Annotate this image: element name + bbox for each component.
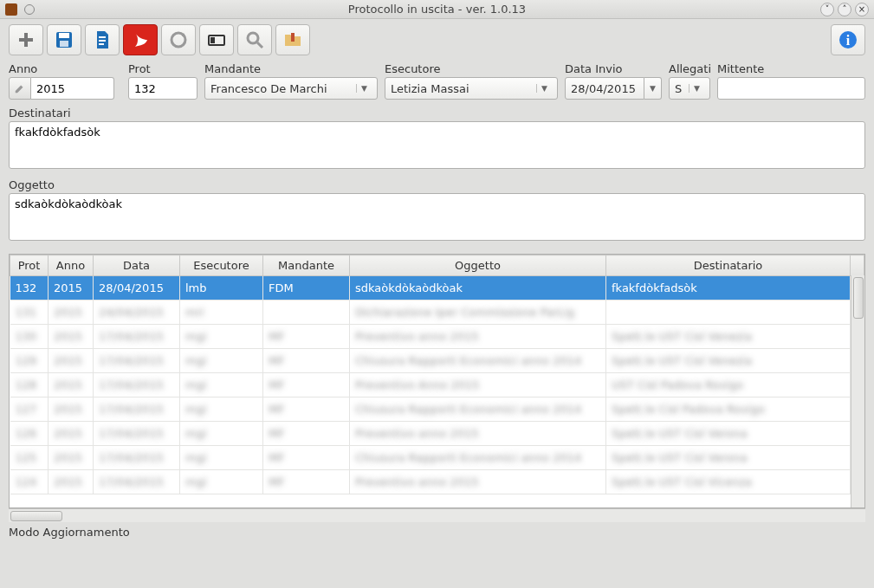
col-prot[interactable]: Prot xyxy=(10,255,49,276)
cell-oggetto: Chiusura Rapporti Economici anno 2014 xyxy=(350,397,606,422)
cell-anno: 2015 xyxy=(49,422,94,446)
cell-oggetto: sdkaòkdòkaòdkòak xyxy=(350,276,606,300)
table-row[interactable]: 126201517/04/2015mgiMFPreventivo anno 20… xyxy=(10,422,864,446)
add-button[interactable] xyxy=(9,24,43,55)
table-row[interactable]: 124201517/04/2015mgiMFPreventivo anno 20… xyxy=(10,470,864,494)
cell-esecutore: mgi xyxy=(180,373,263,397)
cell-oggetto: Preventivo anno 2015 xyxy=(350,470,606,494)
col-oggetto[interactable]: Oggetto xyxy=(350,255,606,276)
card-button[interactable] xyxy=(199,24,234,55)
allegati-value: S xyxy=(675,82,689,95)
folder-button[interactable] xyxy=(275,24,310,55)
cell-esecutore: mgi xyxy=(180,422,263,446)
col-mandante[interactable]: Mandante xyxy=(263,255,350,276)
maximize-button[interactable]: ˄ xyxy=(838,3,851,16)
table-row[interactable]: 131201524/04/2015mriDichiarazione Iper C… xyxy=(10,300,864,325)
table-row[interactable]: 128201517/04/2015mgiMFPreventivo Anno 20… xyxy=(10,373,864,397)
cell-esecutore: mgi xyxy=(180,325,263,349)
cell-destinatario: UST Cisl Padova Rovigo xyxy=(606,373,851,397)
anno-label: Anno xyxy=(9,62,121,75)
titlebar: Protocollo in uscita - ver. 1.0.13 ˅ ˄ × xyxy=(0,0,874,19)
cell-anno: 2015 xyxy=(49,373,94,397)
horizontal-scrollbar[interactable] xyxy=(9,508,865,522)
pdf-button[interactable] xyxy=(123,24,158,55)
cell-destinatario: Spett.le UST Cisl Verona xyxy=(606,446,851,470)
oggetto-label: Oggetto xyxy=(9,178,865,191)
cell-anno: 2015 xyxy=(49,300,94,325)
cell-destinatario: Spett.le UST Cisl Verona xyxy=(606,422,851,446)
cell-data: 24/04/2015 xyxy=(94,300,180,325)
cell-mandante: MF xyxy=(263,349,350,373)
data-invio-value: 28/04/2015 xyxy=(571,82,638,95)
results-table-container: Prot Anno Data Esecutore Mandante Oggett… xyxy=(9,254,865,508)
cell-data: 17/04/2015 xyxy=(94,325,180,349)
save-button[interactable] xyxy=(47,24,81,55)
refresh-button[interactable] xyxy=(161,24,196,55)
form-row: Anno Prot Mandante Francesco De Marchi ▼… xyxy=(0,61,874,105)
cell-mandante: MF xyxy=(263,373,350,397)
table-row[interactable]: 125201517/04/2015mgiMFChiusura Rapporti … xyxy=(10,446,864,470)
anno-input[interactable] xyxy=(31,77,114,100)
status-bar: Modo Aggiornamento xyxy=(0,522,874,542)
results-table[interactable]: Prot Anno Data Esecutore Mandante Oggett… xyxy=(10,255,864,494)
col-destinatario[interactable]: Destinatario xyxy=(606,255,851,276)
vertical-scrollbar[interactable] xyxy=(851,275,864,507)
allegati-dropdown[interactable]: S ▼ xyxy=(669,77,710,100)
cell-destinatario: fkakfdòkfadsòk xyxy=(606,276,851,300)
svg-line-10 xyxy=(257,42,262,48)
esecutore-label: Esecutore xyxy=(385,62,558,75)
cell-mandante: MF xyxy=(263,325,350,349)
pin-icon[interactable] xyxy=(24,4,35,15)
cell-esecutore: lmb xyxy=(180,276,263,300)
table-row[interactable]: 130201517/04/2015mgiMFPreventivo anno 20… xyxy=(10,325,864,349)
data-invio-input[interactable]: 28/04/2015 xyxy=(565,77,644,100)
svg-rect-1 xyxy=(59,33,69,38)
search-button[interactable] xyxy=(237,24,272,55)
cell-esecutore: mri xyxy=(180,300,263,325)
toolbar: i xyxy=(0,19,874,61)
minimize-button[interactable]: ˅ xyxy=(820,3,834,16)
table-row[interactable]: 127201517/04/2015mgiMFChiusura Rapporti … xyxy=(10,397,864,422)
mittente-input[interactable] xyxy=(717,77,865,100)
col-data[interactable]: Data xyxy=(94,255,180,276)
data-invio-picker-button[interactable]: ▼ xyxy=(644,77,662,100)
destinatari-label: Destinatari xyxy=(9,107,865,120)
info-button[interactable]: i xyxy=(831,24,865,55)
table-row[interactable]: 132201528/04/2015lmbFDMsdkaòkdòkaòdkòakf… xyxy=(10,276,864,300)
document-button[interactable] xyxy=(85,24,120,55)
cell-oggetto: Preventivo anno 2015 xyxy=(350,325,606,349)
close-button[interactable]: × xyxy=(855,3,869,16)
cell-mandante: MF xyxy=(263,397,350,422)
col-esecutore[interactable]: Esecutore xyxy=(180,255,263,276)
cell-destinatario: Spett.le Cisl Padova Rovigo xyxy=(606,397,851,422)
cell-anno: 2015 xyxy=(49,325,94,349)
cell-prot: 127 xyxy=(10,397,49,422)
esecutore-dropdown[interactable]: Letizia Massai ▼ xyxy=(385,77,558,100)
oggetto-textarea[interactable] xyxy=(9,193,865,241)
cell-esecutore: mgi xyxy=(180,397,263,422)
cell-prot: 132 xyxy=(10,276,49,300)
cell-mandante: FDM xyxy=(263,276,350,300)
prot-input[interactable] xyxy=(128,77,197,100)
cell-prot: 125 xyxy=(10,446,49,470)
anno-edit-icon[interactable] xyxy=(9,77,31,100)
chevron-down-icon: ▼ xyxy=(689,84,704,93)
cell-prot: 124 xyxy=(10,470,49,494)
cell-anno: 2015 xyxy=(49,397,94,422)
destinatari-textarea[interactable] xyxy=(9,121,865,169)
mandante-dropdown[interactable]: Francesco De Marchi ▼ xyxy=(204,77,378,100)
chevron-down-icon: ▼ xyxy=(356,84,372,93)
cell-data: 17/04/2015 xyxy=(94,446,180,470)
cell-esecutore: mgi xyxy=(180,470,263,494)
cell-data: 17/04/2015 xyxy=(94,349,180,373)
cell-mandante xyxy=(263,300,350,325)
table-row[interactable]: 129201517/04/2015mgiMFChiusura Rapporti … xyxy=(10,349,864,373)
cell-prot: 131 xyxy=(10,300,49,325)
mandante-label: Mandante xyxy=(204,62,378,75)
cell-anno: 2015 xyxy=(49,276,94,300)
cell-oggetto: Preventivo anno 2015 xyxy=(350,422,606,446)
svg-point-9 xyxy=(248,33,258,43)
col-anno[interactable]: Anno xyxy=(49,255,94,276)
cell-oggetto: Chiusura Rapporti Economici anno 2014 xyxy=(350,349,606,373)
svg-rect-5 xyxy=(99,43,104,45)
